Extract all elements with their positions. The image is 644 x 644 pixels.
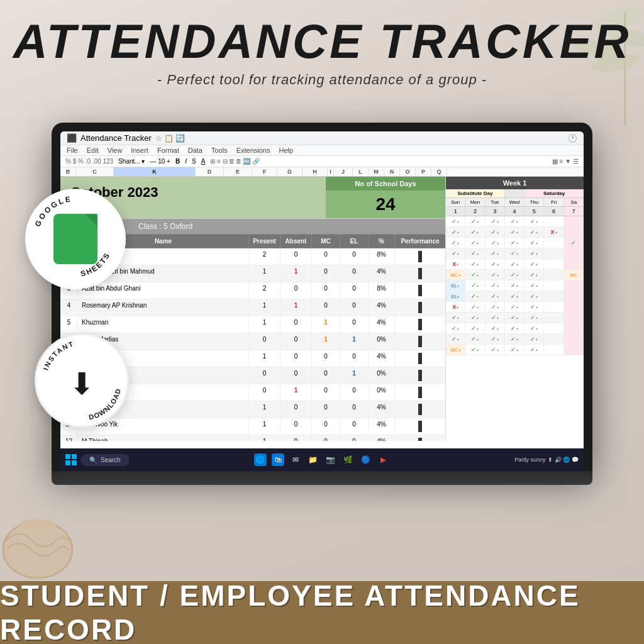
taskbar-time: ⬆ 🔊 🌐 💬 <box>548 457 579 463</box>
taskbar-center: 🌐 🛍 ✉ 📁 📷 🌿 🔵 ▶ <box>135 453 509 466</box>
day-tue: Tue <box>486 198 505 206</box>
week-data-row: ✓▾✓▾✓▾✓▾✓▾X▾ <box>446 227 584 238</box>
col-header-row: B C K D E F G H I J L M N O P Q <box>60 167 584 177</box>
windows-taskbar: 🔍 Search 🌐 🛍 ✉ 📁 📷 🌿 🔵 ▶ Partly sunny <box>60 448 584 471</box>
week-data-row: EL▾✓▾✓▾✓▾✓▾ <box>446 280 584 291</box>
week-data-row: EL▾✓▾✓▾✓▾✓▾ <box>446 291 584 302</box>
week-data-row: ✓▾✓▾✓▾✓▾✓▾ <box>446 323 584 334</box>
sheet-title-bar: ⬛ Attendance Tracker ☆ 📋 🔄 🕐 <box>60 131 584 145</box>
taskbar-mail-icon[interactable]: ✉ <box>289 453 302 466</box>
sheet-menu-bar: File Edit View Insert Format Data Tools … <box>60 145 584 156</box>
taskbar-gplay-icon[interactable]: ▶ <box>377 453 390 466</box>
taskbar-edge-icon[interactable]: 🌐 <box>254 453 267 466</box>
laptop-screen-outer: ⬛ Attendance Tracker ☆ 📋 🔄 🕐 File Edit V… <box>52 123 592 471</box>
day-fri: Fri <box>544 198 564 206</box>
taskbar-edge2-icon[interactable]: 🌿 <box>342 453 355 466</box>
th-el: EL <box>340 235 369 248</box>
day-sun: Sun <box>446 198 465 206</box>
week-data-row: ✓▾✓▾✓▾✓▾✓▾ <box>446 334 584 345</box>
windows-icon[interactable] <box>65 454 77 465</box>
menu-extensions[interactable]: Extensions <box>236 147 270 154</box>
spreadsheet-title: Attendance Tracker <box>80 133 152 143</box>
school-days-block: No of School Days 24 <box>326 177 445 218</box>
sheet-toolbar: % $ % .0 .00 123 Shant... ▾ — 10 + B I S… <box>60 156 584 167</box>
week-data-row: ✓▾✓▾✓▾✓▾✓▾ <box>446 313 584 323</box>
th-pct: % <box>369 235 395 248</box>
taskbar-store-icon[interactable]: 🛍 <box>272 453 284 466</box>
week-data-row: ✓▾✓▾✓▾✓▾✓▾ <box>446 248 584 259</box>
week-data-row: X▾✓▾✓▾✓▾✓▾ <box>446 259 584 270</box>
day-thu: Thu <box>525 198 544 206</box>
sheets-logo-small: ⬛ <box>67 133 77 143</box>
th-performance: Performance <box>395 235 445 248</box>
week-panel: Week 1 Substitute Day Saturday Sun Mon T… <box>445 177 584 441</box>
week-data-rows: ✓▾✓▾✓▾✓▾✓▾✓▾✓▾✓▾✓▾✓▾X▾✓▾✓▾✓▾✓▾✓▾✓✓▾✓▾✓▾✓… <box>446 216 584 355</box>
week-data-row: X▾✓▾✓▾✓▾✓▾ <box>446 302 584 313</box>
th-absent: Absent <box>280 235 312 248</box>
bottom-banner: Student / Employee Attendance Record <box>0 581 644 644</box>
th-present: Present <box>249 235 280 248</box>
gs-icon <box>53 214 97 264</box>
taskbar-weather: Partly sunny <box>514 457 546 463</box>
menu-view[interactable]: View <box>108 147 123 154</box>
svg-point-8 <box>19 519 57 530</box>
menu-data[interactable]: Data <box>188 147 203 154</box>
menu-tools[interactable]: Tools <box>211 147 228 154</box>
menu-insert[interactable]: Insert <box>131 147 148 154</box>
week-data-row: ✓▾✓▾✓▾✓▾✓▾✓ <box>446 238 584 248</box>
taskbar-search[interactable]: 🔍 Search <box>80 454 130 466</box>
taskbar-left: 🔍 Search <box>65 454 130 466</box>
basket-decoration <box>0 487 75 581</box>
week-data-row: ✓▾✓▾✓▾✓▾✓▾ <box>446 216 584 227</box>
main-title: Attendance Tracker <box>0 18 644 65</box>
taskbar-camera-icon[interactable]: 📷 <box>325 453 337 466</box>
school-days-value: 24 <box>326 191 445 218</box>
menu-file[interactable]: File <box>67 147 78 154</box>
bottom-title: Student / Employee Attendance Record <box>0 579 644 644</box>
gs-circle: GOOGLE SHEETS <box>25 189 126 289</box>
menu-help[interactable]: Help <box>279 147 293 154</box>
taskbar-folder-icon[interactable]: 📁 <box>307 453 319 466</box>
top-section: Attendance Tracker - Perfect tool for tr… <box>0 0 644 88</box>
menu-format[interactable]: Format <box>157 147 179 154</box>
substitute-day-label: Substitute Day <box>446 189 505 197</box>
th-mc: MC <box>312 235 340 248</box>
class-label: Class : 5 Oxford <box>138 222 192 231</box>
taskbar-chrome-icon[interactable]: 🔵 <box>360 453 372 466</box>
day-sat: Sa <box>564 198 584 206</box>
table-row: 4 Rosemary AP Krishnan 1 1 0 0 4% <box>60 299 445 316</box>
day-numbers-row: 1 2 3 4 5 6 7 <box>446 207 584 216</box>
laptop-base <box>52 471 592 485</box>
dl-circle: INSTANT DOWNLOAD ⬇ <box>35 333 129 428</box>
day-wed: Wed <box>505 198 525 206</box>
saturday-label: Saturday <box>525 189 584 197</box>
week-data-row: MC▾✓▾✓▾✓▾✓▾MC <box>446 270 584 280</box>
week-data-row: MC▾✓▾✓▾✓▾✓▾ <box>446 345 584 355</box>
week1-subheader: Substitute Day Saturday <box>446 189 584 198</box>
day-names-row: Sun Mon Tue Wed Thu Fri Sa <box>446 198 584 207</box>
subtitle: - Perfect tool for tracking attendance o… <box>0 72 644 88</box>
school-days-label: No of School Days <box>326 177 445 191</box>
taskbar-right: Partly sunny ⬆ 🔊 🌐 💬 <box>514 457 579 463</box>
week1-header: Week 1 <box>446 177 584 189</box>
main-content-area: October 2023 No of School Days 24 Mathem… <box>60 177 584 441</box>
svg-text:INSTANT: INSTANT <box>42 340 75 371</box>
instant-download-badge: INSTANT DOWNLOAD ⬇ <box>35 333 129 428</box>
table-row: 12 M Thinah 1 0 0 0 4% <box>60 435 445 441</box>
laptop: ⬛ Attendance Tracker ☆ 📋 🔄 🕐 File Edit V… <box>52 123 592 485</box>
google-sheets-badge: GOOGLE SHEETS <box>25 189 126 289</box>
svg-text:DOWNLOAD: DOWNLOAD <box>88 387 122 421</box>
table-row: 5 Khuzman 1 0 1 0 4% <box>60 316 445 333</box>
day-mon: Mon <box>465 198 485 206</box>
menu-edit[interactable]: Edit <box>87 147 99 154</box>
laptop-screen: ⬛ Attendance Tracker ☆ 📋 🔄 🕐 File Edit V… <box>60 131 584 471</box>
